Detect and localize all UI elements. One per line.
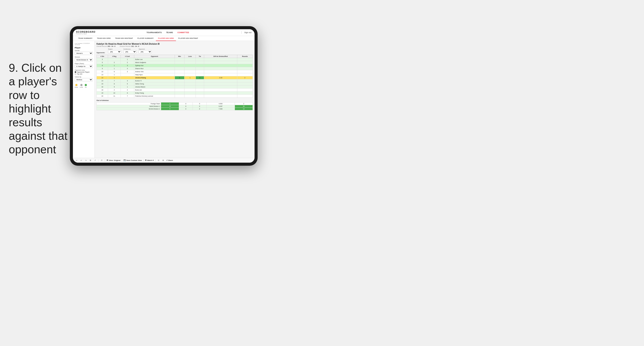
grid-title-area: Katelyn Vo Head-to-Head Grid for Women's… [96,43,253,47]
col-loss: Loss [184,55,196,58]
tab-player-h2h-heatmap[interactable]: PLAYER H2H HEATMAP [176,36,200,41]
table-row[interactable]: 19106Emily Chang [97,92,253,95]
main-content: Last Updated: 27/03/2024 16:55:38 Player… [73,41,254,158]
ood-table-row[interactable]: Foreign Team1004.5002 [97,102,253,105]
save-icon: 💾 [124,159,126,161]
table-row[interactable]: 20117Federica Domecq Lacroze [97,95,253,98]
nav-tournaments[interactable]: TOURNAMENTS [146,31,162,33]
toolbar-redo[interactable]: ↩ [80,159,83,162]
tab-team-h2h-grid[interactable]: TEAM H2H GRID [95,36,113,41]
radio-top-100[interactable]: Top 100 [75,73,93,75]
out-of-division: Out of division Foreign Team1004.5002NAI… [96,99,253,110]
table-row[interactable]: 1474Eunice Yi [97,79,253,82]
toolbar-undo[interactable]: ↩ [75,159,78,162]
h2h-table: # Div # Reg # Conf Opponent Win Loss Tie… [96,55,253,98]
toolbar-action1[interactable]: ⊞ [89,159,92,162]
nav-links: TOURNAMENTS TEAMS COMMITTEE [146,31,189,33]
filter-conference: Conference (All) [123,48,136,53]
region-filter-select[interactable]: (All) [108,50,121,53]
filter-opponent: Opponent (All) [138,48,152,53]
view-icon: 👁 [106,159,108,161]
table-row[interactable]: 1585Stella Cheng [97,82,253,85]
toolbar-redo2[interactable]: ↪ [84,159,88,162]
watch-icon: 👁 [145,159,147,161]
toolbar-action2[interactable]: ↗ [94,159,97,162]
bottom-toolbar: ↩ ↩ ↪ ⊞ ↗ | ⏱ | 👁 View: Original | 💾 Sav… [73,158,254,163]
toolbar-share-button[interactable]: ↗ Share [166,159,173,161]
sidebar-division-label: Division [75,56,93,58]
sidebar-player-rank-label: Player (Rank) [75,63,93,64]
table-row[interactable]: 914Sharon Mun [97,67,253,70]
nav-teams[interactable]: TEAMS [166,31,173,33]
sidebar-colour-by-label: Colour by [75,76,93,78]
toolbar-view-label[interactable]: 👁 View: Original [106,159,120,161]
top-nav: SCOREBOARD Powered by clippd TOURNAMENTS… [73,29,254,36]
sidebar-player-title: Player [75,47,93,49]
col-diff: Diff Av Strokes/Rnd [204,55,237,58]
tablet-frame: SCOREBOARD Powered by clippd TOURNAMENTS… [70,26,258,166]
ood-table: Foreign Team1004.5002NAIA Division 11500… [96,102,253,110]
sidebar-player-rank-select[interactable]: 8. Katelyn Vo [75,65,93,68]
sidebar-colour-by-select[interactable]: Win/loss [75,78,93,81]
logo-text: SCOREBOARD [76,30,96,33]
table-row[interactable]: 31Esther Lee [97,58,253,61]
table-row[interactable]: 131Haeji Hyun [97,73,253,76]
col-rounds: Rounds [237,55,252,58]
ood-table-row[interactable]: NCAA Division 25007.40010 [97,108,253,110]
colour-level: Level [80,84,83,88]
tablet-screen: SCOREBOARD Powered by clippd TOURNAMENTS… [73,29,254,163]
tab-player-h2h-grid[interactable]: PLAYER H2H GRID [156,36,176,41]
colour-down: Down [75,84,78,88]
col-reg: # Reg [108,55,120,58]
opponent-view-group: Opponents Played Top 100 [75,71,93,75]
grid-title: Katelyn Vo Head-to-Head Grid for Women's… [96,43,253,45]
table-row[interactable]: 522Alexis Sudjianto [97,61,253,64]
toolbar-save-button[interactable]: 💾 Save Custom View [124,159,142,161]
filter-row: Opponents: Region (All) Conference (All) [96,48,253,53]
logo-sub: Powered by clippd [76,33,96,34]
col-opponent: Opponent [134,55,175,58]
content-area: Katelyn Vo Head-to-Head Grid for Women's… [95,41,254,158]
sidebar-gender-label: Gender [75,50,93,51]
tab-team-h2h-heatmap[interactable]: TEAM H2H HEATMAP [113,36,135,41]
sidebar-division-select[interactable]: NCAA Division III [75,58,93,61]
toolbar-watch-button[interactable]: 👁 Watch ▾ [145,159,154,161]
sidebar-gender-select[interactable]: Women's [75,52,93,55]
nav-committee[interactable]: COMMITTEE [177,31,189,33]
opponents-label: Opponents: [96,52,105,53]
conference-filter-select[interactable]: (All) [123,50,136,53]
table-row[interactable]: 1063Andrea York [97,70,253,73]
share-icon: ↗ [166,159,168,161]
sub-nav: TEAM SUMMARY TEAM H2H GRID TEAM H2H HEAT… [73,36,254,41]
sign-out-link[interactable]: Sign out [244,31,252,33]
sidebar: Last Updated: 27/03/2024 16:55:38 Player… [73,41,95,158]
table-row[interactable]: 1691Jessica Mason [97,85,253,89]
out-of-division-title: Out of division [96,99,253,101]
annotation-text: 9. Click on a player's row to highlight … [9,61,68,156]
toolbar-btn2[interactable]: ⊞ [162,159,165,162]
colour-legend: Down Level Up [75,84,93,88]
col-div: # Div [97,55,108,58]
tab-team-summary[interactable]: TEAM SUMMARY [76,36,95,41]
colour-up: Up [85,84,87,88]
opponent-filter-select[interactable]: (All) [138,50,152,53]
col-conf: # Conf [120,55,134,58]
radio-opponents-played[interactable]: Opponents Played [75,71,93,73]
toolbar-timer[interactable]: ⏱ [100,159,104,162]
table-row[interactable]: 131Jessica Huang010-3.002 [97,76,253,79]
ood-table-row[interactable]: NAIA Division 115009.26730 [97,105,253,108]
tab-player-summary[interactable]: PLAYER SUMMARY [135,36,156,41]
table-row[interactable]: 1822Euna Lee [97,89,253,92]
table-row[interactable]: 613Sydney Kuo [97,64,253,67]
col-tie: Tie [196,55,204,58]
sidebar-timestamp: Last Updated: 27/03/2024 16:55:38 [75,43,93,45]
toolbar-btn1[interactable]: ⊡ [157,159,160,162]
grid-records: Overall Record: 353 - 34 - 6 Division Re… [96,46,253,47]
filter-region: Region (All) [108,48,121,53]
col-win: Win [175,55,184,58]
logo: SCOREBOARD Powered by clippd [76,30,96,34]
sidebar-opponent-view-label: Opponent view [75,69,93,71]
